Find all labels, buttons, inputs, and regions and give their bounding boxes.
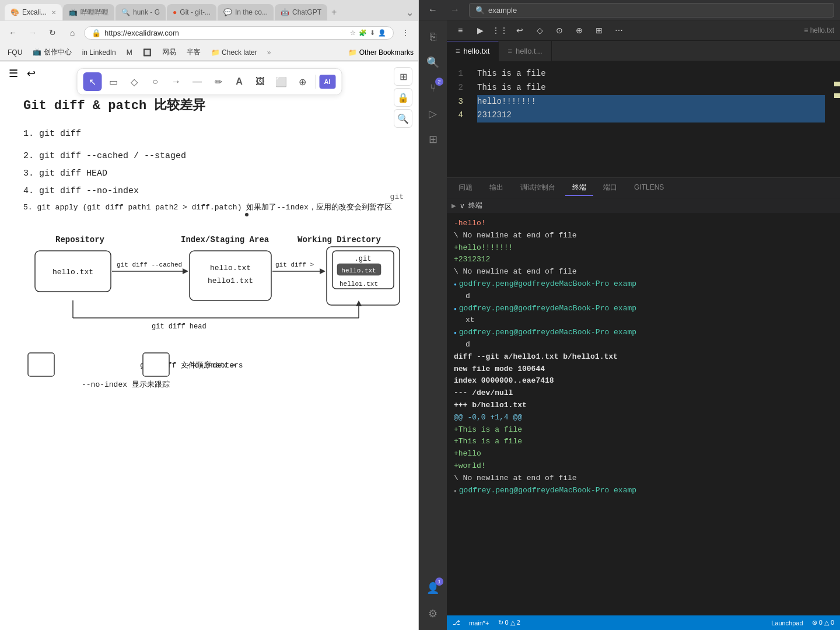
star-icon[interactable]: ☆ — [350, 29, 356, 37]
branch-icon[interactable]: ⋮⋮ — [492, 23, 508, 38]
panel-tab-terminal[interactable]: 终端 — [565, 180, 593, 196]
hamburger-menu[interactable]: ☰ — [9, 67, 18, 80]
tab-excalidraw[interactable]: 🎨 Excali... ✕ — [5, 4, 62, 20]
decoration-dot — [245, 213, 249, 216]
panel-tab-output[interactable]: 输出 — [482, 180, 510, 196]
undo-button[interactable]: ↩ — [27, 67, 36, 80]
activity-debug[interactable]: ▷ — [421, 102, 444, 125]
diamond-tool[interactable]: ◇ — [125, 72, 144, 91]
arrow-diff-label: git diff > — [275, 261, 314, 268]
activity-settings[interactable]: ⚙ — [421, 602, 444, 625]
ai-tool[interactable]: AI — [319, 75, 335, 89]
activity-search[interactable]: 🔍 — [421, 51, 444, 74]
vscode-forward-btn[interactable]: → — [447, 2, 463, 18]
grid-icon[interactable]: ⊞ — [592, 23, 607, 38]
status-branch[interactable]: main*+ — [469, 620, 489, 626]
add-icon[interactable]: ⊕ — [572, 23, 587, 38]
canvas-content: Git diff & patch 比较差异 1. git diff 2. git… — [23, 96, 418, 630]
tab-overflow-btn[interactable]: ⌄ — [406, 7, 414, 18]
tab-chatgpt[interactable]: 🤖 ChatGPT — [275, 4, 327, 20]
activity-files[interactable]: ⎘ — [421, 25, 444, 48]
pencil-tool[interactable]: ✏ — [209, 72, 228, 91]
reload-button[interactable]: ↻ — [44, 24, 61, 41]
index-box — [190, 251, 271, 300]
settings-icon: ⚙ — [428, 607, 438, 620]
index-file2: hello1.txt — [208, 276, 253, 285]
tab-git[interactable]: ● Git - git-... — [167, 4, 216, 20]
status-sync[interactable]: ↻ 0 △ 2 — [498, 619, 520, 626]
bookmark-checklater[interactable]: 📁 Check later — [208, 47, 260, 58]
hamburger-icon[interactable]: ≡ — [453, 23, 468, 38]
run-icon[interactable]: ▶ — [473, 23, 488, 38]
index-label: Index/Staging Area — [181, 235, 270, 244]
panel-tab-gitlens[interactable]: GITLENS — [627, 181, 671, 195]
excalidraw-toolbar: ↖ ▭ ◇ ○ → — ✏ A 🖼 ⬜ ⊕ AI — [76, 68, 342, 95]
bookmark-linkedin[interactable]: in LinkedIn — [79, 47, 119, 58]
status-launchpad[interactable]: Launchpad — [771, 620, 803, 626]
panel-tab-debug[interactable]: 调试控制台 — [513, 180, 562, 196]
editor-tab-hello[interactable]: ≡ hello.txt — [447, 41, 499, 61]
panel-tab-port[interactable]: 端口 — [596, 180, 624, 196]
tab-favicon: 🤖 — [281, 8, 289, 16]
term-add-2: +This is a file — [454, 436, 833, 448]
term-line-4: +2312312 — [454, 254, 833, 266]
circle-tool[interactable]: ○ — [146, 72, 164, 91]
bookmark-fqu[interactable]: FQU — [5, 47, 25, 58]
term-prompt-text-4: godfrey.peng@godfreydeMacBook-Pro examp — [459, 485, 636, 497]
bookmark-netease[interactable]: 网易 — [159, 46, 179, 58]
tab-intco[interactable]: 💬 In the co... — [218, 4, 274, 20]
eraser-tool[interactable]: ⬜ — [272, 72, 290, 91]
tab-favicon: 🔍 — [121, 8, 130, 16]
terminal-expand-icon[interactable]: ∨ — [460, 202, 465, 210]
panel-toggle[interactable]: ⊞ — [394, 67, 412, 86]
text-tool[interactable]: A — [230, 72, 249, 91]
new-tab-button[interactable]: + — [328, 7, 340, 18]
menu-button[interactable]: ⋮ — [397, 24, 414, 41]
terminal-label: 终端 — [468, 201, 482, 211]
term-hunk: @@ -0,0 +1,4 @@ — [454, 412, 833, 424]
extension-icon[interactable]: 🧩 — [359, 29, 367, 37]
lock-icon: 🔒 — [92, 29, 101, 37]
diamond-icon[interactable]: ◇ — [532, 23, 547, 38]
rect-tool[interactable]: ▭ — [104, 72, 123, 91]
download-icon[interactable]: ⬇ — [370, 29, 375, 37]
terminal-chevron[interactable]: ▶ — [452, 202, 456, 209]
activity-account[interactable]: 👤 1 — [421, 576, 444, 600]
bookmark-gmail[interactable]: M — [124, 47, 135, 58]
term-prompt-text-1: godfrey.peng@godfreydeMacBook-Pro examp — [459, 278, 636, 290]
back-button[interactable]: ← — [5, 24, 21, 41]
terminal-area[interactable]: -hello! \ No newline at end of file +hel… — [447, 213, 840, 615]
working-hello-file: hello.txt — [341, 267, 376, 274]
undo-icon[interactable]: ↩ — [512, 23, 527, 38]
tab-bilibili[interactable]: 📺 哔哩哔哩 — [63, 4, 114, 20]
bookmarks-overflow[interactable]: » — [267, 48, 271, 57]
image-tool[interactable]: 🖼 — [251, 72, 270, 91]
status-errors[interactable]: ⊗ 0 △ 0 — [812, 619, 834, 626]
circle-icon[interactable]: ⊙ — [552, 23, 567, 38]
home-button[interactable]: ⌂ — [64, 24, 80, 41]
bookmark-banke[interactable]: 半客 — [184, 46, 204, 58]
tab-close-btn[interactable]: ✕ — [51, 9, 56, 16]
bookmark-163[interactable]: 🔲 — [140, 47, 155, 58]
other-bookmarks[interactable]: 📁 Other Bookmarks — [348, 48, 414, 57]
forward-button[interactable]: → — [24, 24, 41, 41]
diagram-svg: Repository Index/Staging Area Working Di… — [23, 225, 408, 411]
hand-tool[interactable]: ⊕ — [293, 72, 312, 91]
profile-icon[interactable]: 👤 — [378, 29, 386, 37]
arrow-tool[interactable]: → — [167, 72, 186, 91]
address-bar[interactable]: 🔒 https://excalidraw.com ☆ 🧩 ⬇ 👤 — [84, 26, 394, 40]
select-tool[interactable]: ↖ — [83, 72, 102, 91]
code-content: This is a file This is a file hello!!!!!… — [470, 61, 832, 177]
line-tool[interactable]: — — [188, 72, 206, 91]
index-file1: hello.txt — [210, 264, 251, 272]
tab-hunk[interactable]: 🔍 hunk - G — [116, 4, 166, 20]
vscode-search-bar[interactable]: 🔍 example — [469, 3, 834, 18]
bookmark-chuang[interactable]: 📺 创作中心 — [30, 46, 74, 58]
editor-tab-hello2[interactable]: ≡ hello.t... — [499, 41, 551, 61]
panel-tab-problems[interactable]: 问题 — [452, 180, 480, 196]
activity-git[interactable]: ⑂ 2 — [421, 76, 444, 100]
more-icon[interactable]: ⋯ — [611, 23, 626, 38]
activity-extensions[interactable]: ⊞ — [421, 128, 444, 151]
vscode-back-btn[interactable]: ← — [425, 2, 441, 18]
term-cont-3: d — [454, 339, 833, 351]
